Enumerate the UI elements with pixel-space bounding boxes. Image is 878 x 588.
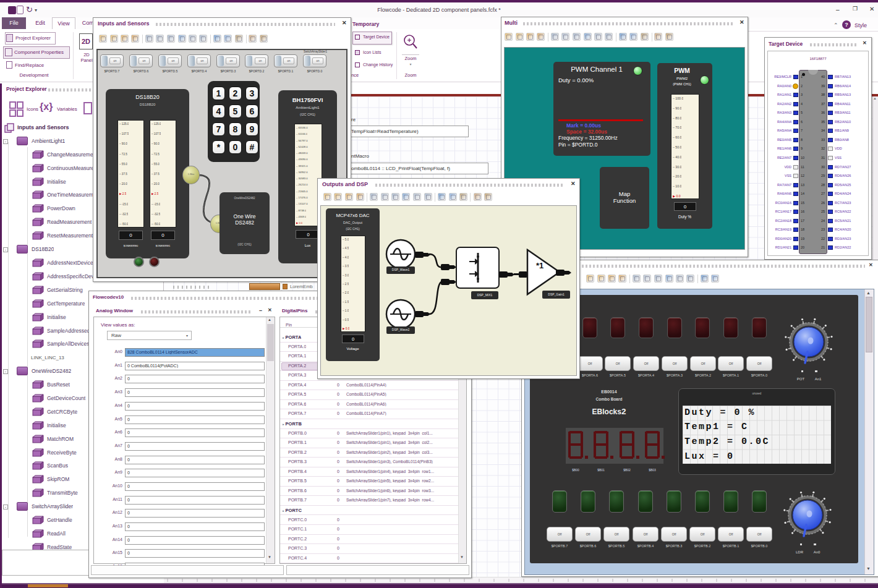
svg-text:*1: *1 xyxy=(536,261,543,270)
